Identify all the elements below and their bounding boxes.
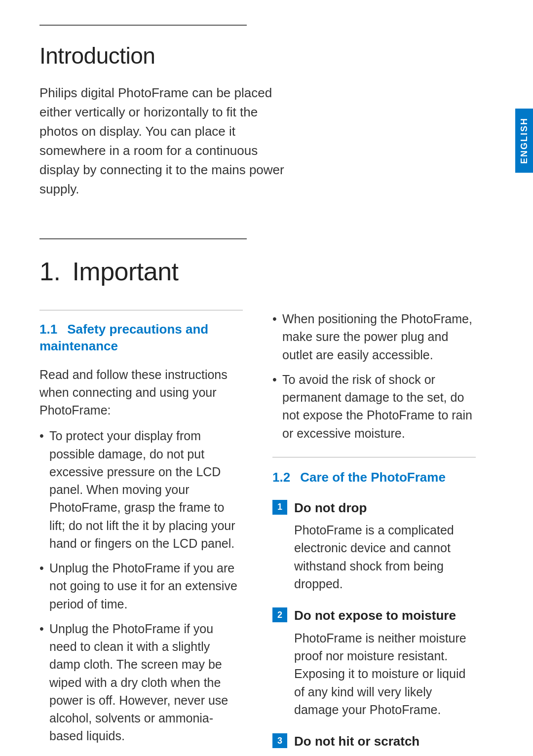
- important-section-num: 1.: [39, 257, 60, 286]
- subsection-1-1-title: 1.1Safety precautions and maintenance: [39, 321, 243, 355]
- number-badge: 2: [272, 607, 287, 622]
- numbered-items: 1 Do not drop PhotoFrame is a complicate…: [272, 499, 476, 756]
- safety-bullet-list: To protect your display from possible da…: [39, 427, 243, 756]
- numbered-item-title: Do not hit or scratch: [294, 732, 419, 751]
- side-tab: ENGLISH: [515, 109, 533, 173]
- safety-bullet-item: Unplug the PhotoFrame if you are not goi…: [39, 559, 243, 613]
- important-section: 1.Important 1.1Safety precautions and ma…: [39, 238, 476, 756]
- numbered-item-header: 1 Do not drop: [272, 499, 476, 518]
- subsection-1-1-num: 1.1: [39, 322, 57, 337]
- safety-bullet-item: Consult a service technician if the Phot…: [39, 752, 243, 756]
- col-right: When positioning the PhotoFrame, make su…: [272, 310, 476, 756]
- intro-body: Philips digital PhotoFrame can be placed…: [39, 83, 296, 199]
- numbered-item-body: PhotoFrame is neither moisture proof nor…: [272, 629, 476, 718]
- side-tab-label: ENGLISH: [518, 117, 531, 164]
- subsection-1-1-title-text: Safety precautions and maintenance: [39, 322, 208, 353]
- numbered-item: 2 Do not expose to moisture PhotoFrame i…: [272, 606, 476, 718]
- safety-bullet-item: Unplug the PhotoFrame if you need to cle…: [39, 620, 243, 745]
- numbered-item-header: 3 Do not hit or scratch: [272, 732, 476, 751]
- right-bullet-item: To avoid the risk of shock or permanent …: [272, 371, 476, 442]
- page-container: ENGLISH Introduction Philips digital Pho…: [0, 0, 533, 756]
- right-bullets: When positioning the PhotoFrame, make su…: [272, 310, 476, 442]
- right-bullet-item: When positioning the PhotoFrame, make su…: [272, 310, 476, 364]
- numbered-item-title: Do not expose to moisture: [294, 606, 456, 625]
- numbered-item-header: 2 Do not expose to moisture: [272, 606, 476, 625]
- section-1-2-divider: [272, 457, 476, 457]
- subsection-1-1-divider: [39, 310, 243, 310]
- important-divider: [39, 238, 247, 239]
- main-content: Introduction Philips digital PhotoFrame …: [0, 0, 515, 756]
- safety-bullet-item: To protect your display from possible da…: [39, 427, 243, 552]
- right-bullet-list: When positioning the PhotoFrame, make su…: [272, 310, 476, 442]
- important-title: 1.Important: [39, 253, 476, 290]
- important-title-text: Important: [72, 257, 178, 286]
- section-1-2-num: 1.2: [272, 470, 290, 485]
- numbered-item: 1 Do not drop PhotoFrame is a complicate…: [272, 499, 476, 593]
- intro-section: Introduction Philips digital PhotoFrame …: [39, 25, 476, 199]
- numbered-item-body: PhotoFrame is a complicated electronic d…: [272, 521, 476, 593]
- number-badge: 1: [272, 500, 287, 515]
- col-left: 1.1Safety precautions and maintenance Re…: [39, 310, 243, 756]
- numbered-item-title: Do not drop: [294, 499, 367, 518]
- numbered-item: 3 Do not hit or scratch The LCD panel of…: [272, 732, 476, 756]
- intro-title: Introduction: [39, 39, 476, 73]
- section-1-2-title: 1.2Care of the PhotoFrame: [272, 468, 476, 487]
- subsection-1-1-intro: Read and follow these instructions when …: [39, 366, 243, 419]
- section-1-2-title-text: Care of the PhotoFrame: [300, 470, 446, 485]
- number-badge: 3: [272, 733, 287, 748]
- intro-divider: [39, 25, 247, 26]
- two-col-layout: 1.1Safety precautions and maintenance Re…: [39, 310, 476, 756]
